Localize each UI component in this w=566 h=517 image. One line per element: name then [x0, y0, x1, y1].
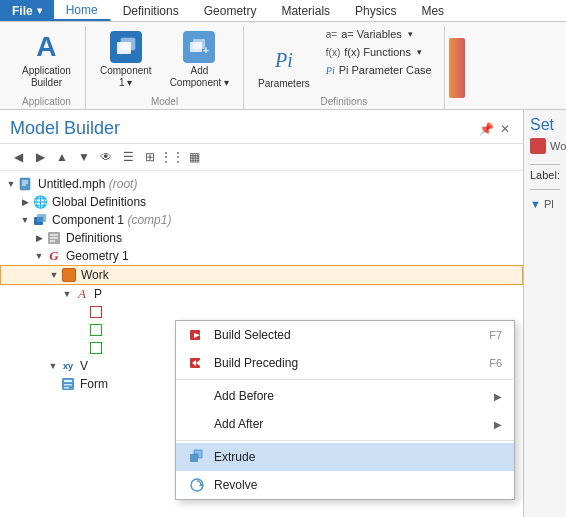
extrude-icon	[188, 448, 206, 466]
file-tab-label: File	[12, 4, 33, 18]
right-panel-subtitle: Work	[530, 138, 560, 154]
close-panel-icon[interactable]: ✕	[497, 121, 513, 137]
tab-physics[interactable]: Physics	[343, 0, 409, 21]
build-selected-icon	[188, 326, 206, 344]
expand-geom-icon: ▼	[32, 249, 46, 263]
expand-rect2-icon	[74, 323, 88, 337]
tab-mes[interactable]: Mes	[409, 0, 457, 21]
workplane-label: Work	[81, 268, 109, 282]
component1-button[interactable]: Component1 ▾	[94, 27, 158, 93]
expand-defs-icon: ▶	[32, 231, 46, 245]
ctx-build-preceding[interactable]: Build Preceding F6	[176, 349, 514, 377]
forward-icon[interactable]: ▶	[30, 147, 50, 167]
tree-item-definitions[interactable]: ▶ Definitions	[0, 229, 523, 247]
tree-item-p[interactable]: ▼ A P	[0, 285, 523, 303]
globe-icon: 🌐	[32, 194, 48, 210]
add-before-icon	[188, 387, 206, 405]
ctx-add-before-label: Add Before	[214, 389, 274, 403]
grid-icon[interactable]: ⊞	[140, 147, 160, 167]
ctx-extrude-label: Extrude	[214, 450, 255, 464]
form-label: Form	[80, 377, 108, 391]
tree-item-component1[interactable]: ▼ Component 1 (comp1)	[0, 211, 523, 229]
back-icon[interactable]: ◀	[8, 147, 28, 167]
application-builder-icon: A	[30, 31, 62, 63]
right-panel-title: Set	[530, 116, 560, 134]
expand-rect1-icon	[74, 305, 88, 319]
model-group-label: Model	[86, 96, 243, 107]
ribbon-stacked-definitions: a= a= Variables ▾ f(x) f(x) Functions ▾ …	[322, 26, 436, 94]
component1-icon	[110, 31, 142, 63]
tab-materials[interactable]: Materials	[269, 0, 343, 21]
ctx-build-selected[interactable]: Build Selected F7	[176, 321, 514, 349]
right-panel-label: Label:	[530, 169, 560, 181]
application-builder-button[interactable]: A ApplicationBuilder	[16, 27, 77, 93]
expand-rect3-icon	[74, 341, 88, 355]
functions-label: f(x) Functions	[344, 46, 411, 58]
tree-item-global-defs[interactable]: ▶ 🌐 Global Definitions	[0, 193, 523, 211]
svg-rect-23	[190, 454, 198, 462]
model-builder-panel: Model Builder 📌 ✕ ◀ ▶ ▲ ▼ 👁 ☰ ⊞ ⋮⋮ ▦ ▼	[0, 110, 524, 517]
expand-comp1-icon: ▼	[18, 213, 32, 227]
expand-root-icon: ▼	[4, 177, 18, 191]
svg-rect-5	[20, 178, 30, 190]
add-component-button[interactable]: + AddComponent ▾	[164, 27, 235, 93]
parameter-case-button[interactable]: Pi Pi Parameter Case	[322, 62, 436, 78]
svg-rect-17	[64, 384, 72, 386]
tree-item-workplane[interactable]: ▼ Work	[0, 265, 523, 285]
definitions-group-label: Definitions	[244, 96, 444, 107]
tab-home[interactable]: Home	[54, 0, 111, 21]
columns-icon[interactable]: ⋮⋮	[162, 147, 182, 167]
definitions-tree-label: Definitions	[66, 231, 122, 245]
panel-title: Model Builder	[10, 118, 120, 139]
geometry1-label: Geometry 1	[66, 249, 129, 263]
tab-definitions[interactable]: Definitions	[111, 0, 192, 21]
ctx-add-after-label: Add After	[214, 417, 263, 431]
nav-tabs: Home Definitions Geometry Materials Phys…	[54, 0, 457, 21]
up-icon[interactable]: ▲	[52, 147, 72, 167]
variables-button[interactable]: a= a= Variables ▾	[322, 26, 436, 42]
down-icon[interactable]: ▼	[74, 147, 94, 167]
ctx-revolve[interactable]: Revolve	[176, 471, 514, 499]
parameter-case-label: Pi Parameter Case	[339, 64, 432, 76]
expand-p-icon: ▼	[60, 287, 74, 301]
rect3-icon	[88, 340, 104, 356]
expand-global-icon: ▶	[18, 195, 32, 209]
layout-icon[interactable]: ▦	[184, 147, 204, 167]
parameters-button[interactable]: Pi Parameters	[252, 40, 316, 94]
geometry-icon: G	[46, 248, 62, 264]
ribbon: A ApplicationBuilder Application Compone…	[0, 22, 566, 110]
functions-button[interactable]: f(x) f(x) Functions ▾	[322, 44, 436, 60]
tree-item-root[interactable]: ▼ Untitled.mph (root)	[0, 175, 523, 193]
panel-header: Model Builder 📌 ✕	[0, 110, 523, 144]
ctx-add-before[interactable]: Add Before ▶	[176, 382, 514, 410]
ctx-add-after-arrow: ▶	[494, 419, 502, 430]
ctx-build-selected-shortcut: F7	[489, 329, 502, 341]
ctx-add-after[interactable]: Add After ▶	[176, 410, 514, 438]
tree-item-rect1[interactable]	[0, 303, 523, 321]
file-tab[interactable]: File ▾	[0, 0, 54, 21]
file-icon	[18, 176, 34, 192]
parameter-case-icon: Pi	[326, 65, 335, 76]
svg-rect-16	[64, 380, 72, 382]
tree-item-geometry1[interactable]: ▼ G Geometry 1	[0, 247, 523, 265]
rect1-icon	[88, 304, 104, 320]
root-label: Untitled.mph (root)	[38, 177, 137, 191]
svg-text:+: +	[203, 45, 209, 56]
form-icon	[60, 376, 76, 392]
pin-icon[interactable]: 📌	[478, 121, 494, 137]
eye-icon[interactable]: 👁	[96, 147, 116, 167]
ctx-extrude[interactable]: Extrude	[176, 443, 514, 471]
list-icon[interactable]: ☰	[118, 147, 138, 167]
variables-icon: a=	[326, 29, 337, 40]
ctx-build-selected-label: Build Selected	[214, 328, 291, 342]
add-component-label: AddComponent ▾	[170, 65, 229, 89]
global-defs-label: Global Definitions	[52, 195, 146, 209]
svg-rect-18	[64, 387, 69, 389]
tab-geometry[interactable]: Geometry	[192, 0, 270, 21]
panel-header-icons: 📌 ✕	[478, 121, 513, 137]
main-area: Model Builder 📌 ✕ ◀ ▶ ▲ ▼ 👁 ☰ ⊞ ⋮⋮ ▦ ▼	[0, 110, 566, 517]
ctx-sep2	[176, 440, 514, 441]
ctx-build-preceding-label: Build Preceding	[214, 356, 298, 370]
workplane-icon	[61, 267, 77, 283]
v-icon: xy	[60, 358, 76, 374]
